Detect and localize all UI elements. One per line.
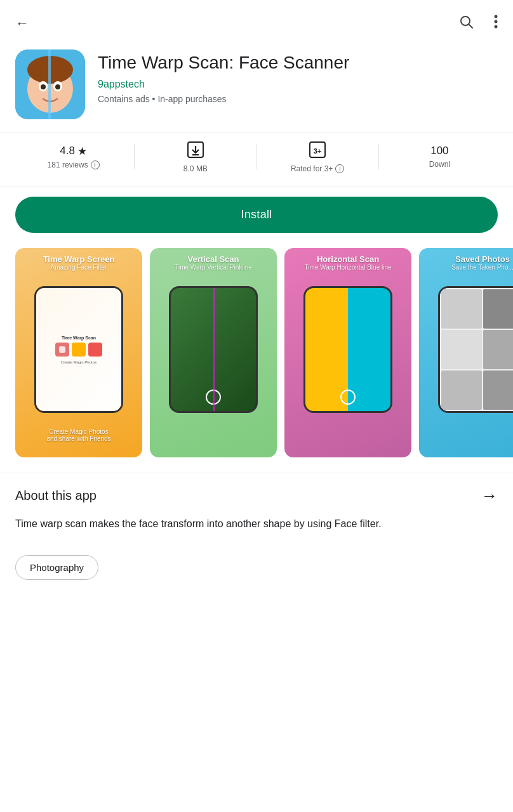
screenshot-4-label: Saved Photos Save the Taken Pho... bbox=[419, 248, 513, 275]
about-arrow-button[interactable]: → bbox=[481, 486, 498, 506]
top-bar-actions bbox=[456, 11, 500, 36]
svg-point-10 bbox=[41, 84, 46, 89]
about-section: About this app → Time warp scan makes th… bbox=[0, 473, 513, 555]
svg-point-2 bbox=[495, 15, 498, 18]
search-button[interactable] bbox=[456, 11, 476, 36]
divider-3 bbox=[378, 144, 379, 169]
age-info-icon[interactable]: i bbox=[335, 164, 344, 173]
install-button[interactable]: Install bbox=[15, 197, 498, 233]
screenshot-2-phone bbox=[169, 286, 258, 413]
info-icon[interactable]: i bbox=[91, 160, 100, 169]
svg-point-13 bbox=[30, 80, 36, 93]
screenshot-4: Saved Photos Save the Taken Pho... bbox=[419, 248, 513, 457]
screenshot-3: Horizontal Scan Time Warp Horizontal Blu… bbox=[284, 248, 411, 457]
more-button[interactable] bbox=[491, 11, 500, 36]
photography-tag[interactable]: Photography bbox=[15, 555, 98, 580]
back-button[interactable]: ← bbox=[13, 13, 32, 34]
screenshot-4-phone bbox=[438, 286, 513, 413]
age-label: Rated for 3+ i bbox=[291, 164, 344, 173]
screenshot-1-bottom: Create Magic Photosand share with Friend… bbox=[15, 428, 142, 442]
stat-downloads: 100 Downl bbox=[382, 145, 498, 169]
screenshot-1-label: Time Warp Screen Amazing Face Filter bbox=[15, 248, 142, 275]
about-arrow-icon: → bbox=[481, 486, 498, 505]
age-icon-wrap: 3+ bbox=[308, 140, 327, 162]
download-icon-wrap bbox=[186, 140, 205, 162]
svg-point-4 bbox=[495, 25, 498, 29]
screenshot-2-label: Vertical Scan Time Warp Vertical Pinklin… bbox=[150, 248, 277, 275]
screenshot-1-phone: Time Warp Scan Create Magic Photos bbox=[34, 286, 123, 413]
svg-line-1 bbox=[469, 25, 473, 29]
filesize-label: 8.0 MB bbox=[183, 164, 208, 173]
downloads-value: 100 bbox=[430, 145, 448, 157]
more-icon bbox=[494, 16, 498, 32]
divider-2 bbox=[256, 144, 257, 169]
svg-point-3 bbox=[495, 20, 498, 23]
screenshot-2: Vertical Scan Time Warp Vertical Pinklin… bbox=[150, 248, 277, 457]
screenshot-3-label: Horizontal Scan Time Warp Horizontal Blu… bbox=[284, 248, 411, 275]
about-title: About this app bbox=[15, 488, 97, 503]
tag-section: Photography bbox=[0, 555, 513, 595]
screenshots-scroll[interactable]: Time Warp Screen Amazing Face Filter Tim… bbox=[15, 248, 513, 457]
about-header: About this app → bbox=[15, 486, 498, 506]
back-icon: ← bbox=[15, 15, 29, 31]
download-icon bbox=[186, 140, 205, 159]
age-rating-icon: 3+ bbox=[308, 140, 327, 159]
app-meta: Contains ads • In-app purchases bbox=[98, 94, 498, 104]
top-bar: ← bbox=[0, 0, 513, 42]
about-description: Time warp scan makes the face transform … bbox=[15, 516, 498, 532]
rating-label: 181 reviews i bbox=[48, 160, 100, 169]
stats-row: 4.8 ★ 181 reviews i 8.0 MB 3+ bbox=[0, 132, 513, 187]
app-icon bbox=[15, 49, 85, 119]
stat-rating: 4.8 ★ 181 reviews i bbox=[15, 145, 131, 169]
rating-value: 4.8 ★ bbox=[60, 145, 87, 158]
app-developer[interactable]: 9appstech bbox=[98, 79, 498, 90]
screenshot-1: Time Warp Screen Amazing Face Filter Tim… bbox=[15, 248, 142, 457]
app-info: Time Warp Scan: Face Scanner 9appstech C… bbox=[98, 49, 498, 104]
install-section: Install bbox=[0, 187, 513, 248]
downloads-label: Downl bbox=[429, 160, 450, 169]
svg-rect-12 bbox=[48, 49, 51, 119]
app-header: Time Warp Scan: Face Scanner 9appstech C… bbox=[0, 42, 513, 132]
svg-rect-19 bbox=[59, 346, 65, 353]
search-icon bbox=[458, 16, 474, 32]
svg-text:3+: 3+ bbox=[314, 147, 322, 155]
divider-1 bbox=[134, 144, 135, 169]
screenshot-3-phone bbox=[303, 286, 392, 413]
app-title: Time Warp Scan: Face Scanner bbox=[98, 52, 498, 74]
star-icon: ★ bbox=[77, 145, 87, 158]
stat-age: 3+ Rated for 3+ i bbox=[260, 140, 376, 173]
screenshots-section: Time Warp Screen Amazing Face Filter Tim… bbox=[0, 248, 513, 473]
stat-filesize: 8.0 MB bbox=[137, 140, 253, 173]
svg-point-11 bbox=[55, 84, 60, 89]
